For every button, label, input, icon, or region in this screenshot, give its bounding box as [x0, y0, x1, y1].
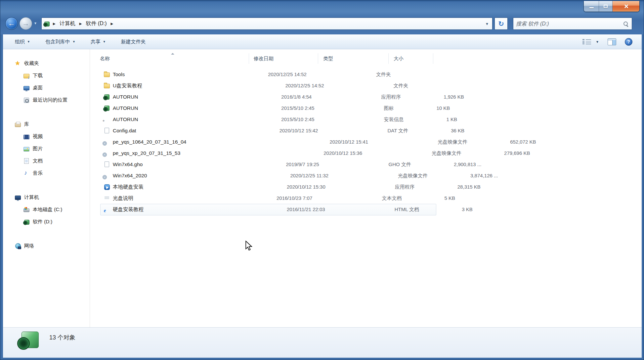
- sidebar-item-label: 下载: [33, 72, 43, 79]
- column-separator[interactable]: [433, 53, 433, 64]
- file-date: 2020/12/25 14:52: [268, 71, 307, 77]
- sidebar-item-label: 本地磁盘 (C:): [33, 206, 62, 213]
- file-name: U盘安装教程: [113, 83, 142, 88]
- table-row[interactable]: 光盘说明2016/10/23 7:07文本文档5 KB: [90, 193, 642, 204]
- doc-icon: [105, 161, 109, 167]
- table-row[interactable]: AUTORUN2016/1/8 4:54应用程序1,926 KB: [90, 91, 642, 103]
- search-input[interactable]: [516, 18, 622, 29]
- sidebar-section-label: 网络: [24, 243, 34, 249]
- sidebar-section-收藏夹[interactable]: 收藏夹: [3, 57, 90, 69]
- toolbar-button-组织[interactable]: 组织▼: [10, 37, 35, 47]
- toolbar-button-共享[interactable]: 共享▼: [86, 37, 110, 47]
- address-bar[interactable]: ▶计算机▶软件 (D:)▶ ▼: [41, 18, 493, 30]
- breadcrumb-item[interactable]: 软件 (D:): [85, 20, 107, 28]
- recent-icon: [24, 98, 29, 103]
- file-size: 1 KB: [446, 116, 457, 122]
- sidebar-section: 库视频图片文档音乐: [3, 118, 90, 179]
- sidebar-item-桌面[interactable]: 桌面: [3, 82, 90, 94]
- table-row[interactable]: AUTORUN2015/5/10 2:45图标10 KB: [90, 103, 642, 114]
- sidebar-item-label: 软件 (D:): [33, 219, 52, 225]
- sidebar-section-网络[interactable]: 网络: [3, 240, 90, 252]
- file-date: 2020/12/25 11:32: [290, 173, 328, 178]
- appblue-icon: [104, 184, 110, 190]
- address-dropdown-icon[interactable]: ▼: [485, 22, 489, 26]
- chevron-down-icon: ▼: [27, 40, 30, 43]
- table-row[interactable]: pe_yqs_xp_20_07_31_15_532020/10/12 15:36…: [90, 148, 642, 159]
- title-bar[interactable]: [0, 0, 644, 15]
- table-row[interactable]: 本地硬盘安装2020/10/12 15:30应用程序28,315 KB: [90, 181, 642, 193]
- content-area: 收藏夹下载桌面最近访问的位置库视频图片文档音乐计算机本地磁盘 (C:)软件 (D…: [3, 49, 642, 327]
- help-button[interactable]: ?: [625, 38, 632, 46]
- column-size[interactable]: 大小: [394, 53, 404, 65]
- sidebar-item-label: 文档: [33, 158, 43, 164]
- file-size: 5 KB: [444, 195, 455, 201]
- file-rows: Tools2020/12/25 14:52文件夹U盘安装教程2020/12/25…: [90, 69, 642, 215]
- disc-icon: [104, 139, 110, 145]
- file-name: Win7x64.gho: [113, 161, 143, 167]
- file-type: 文本文档: [382, 195, 402, 201]
- file-type: 应用程序: [381, 94, 401, 100]
- file-size: 36 KB: [451, 128, 464, 133]
- sidebar-item-视频[interactable]: 视频: [3, 130, 90, 143]
- table-row[interactable]: Win7x64.gho2019/9/7 19:25GHO 文件2,900,813…: [90, 159, 642, 170]
- table-row[interactable]: 硬盘安装教程2016/11/21 22:03HTML 文档3 KB: [90, 204, 642, 215]
- toolbar-button-包含到库中[interactable]: 包含到库中▼: [41, 37, 80, 47]
- sidebar-item-图片[interactable]: 图片: [3, 143, 90, 155]
- minimize-icon: [589, 7, 594, 8]
- table-row[interactable]: Win7x64_20202020/12/25 11:32光盘映像文件3,874,…: [90, 170, 642, 181]
- back-button[interactable]: ←: [5, 17, 18, 30]
- forward-button[interactable]: →: [20, 17, 32, 30]
- column-name[interactable]: 名称: [100, 53, 110, 65]
- minimize-button[interactable]: [584, 1, 599, 12]
- sidebar-item-下载[interactable]: 下载: [3, 69, 90, 82]
- file-size: 652,072 KB: [510, 139, 536, 145]
- library-icon: [15, 123, 21, 127]
- sidebar-item-文档[interactable]: 文档: [3, 155, 90, 167]
- txt-icon: [104, 195, 110, 201]
- close-button[interactable]: [613, 1, 639, 12]
- table-row[interactable]: Config.dat2020/10/12 15:42DAT 文件36 KB: [90, 125, 642, 136]
- breadcrumb-separator-icon: ▶: [79, 22, 82, 25]
- maximize-button[interactable]: [599, 1, 613, 12]
- sidebar-item-label: 音乐: [33, 170, 43, 176]
- sidebar-section-库[interactable]: 库: [3, 118, 90, 130]
- table-row[interactable]: pe_yqs_1064_20_07_31_16_042020/10/12 15:…: [90, 136, 642, 148]
- toolbar-right: ▼ ?: [582, 34, 632, 49]
- sidebar-section-label: 库: [24, 121, 29, 127]
- toolbar-button-label: 组织: [15, 39, 25, 45]
- table-row[interactable]: Tools2020/12/25 14:52文件夹: [90, 69, 642, 80]
- change-view-button[interactable]: ▼: [582, 39, 599, 45]
- sidebar-item-最近访问的位置[interactable]: 最近访问的位置: [3, 94, 90, 106]
- breadcrumb-item[interactable]: 计算机: [59, 20, 76, 28]
- diskc-icon: [23, 208, 29, 212]
- toolbar-button-新建文件夹[interactable]: 新建文件夹: [116, 37, 150, 47]
- sidebar-section: 计算机本地磁盘 (C:)软件 (D:): [3, 191, 90, 228]
- recent-pages-chevron-icon[interactable]: ▾: [34, 21, 36, 25]
- refresh-icon: ↻: [498, 20, 504, 28]
- downloads-icon: [23, 74, 29, 78]
- table-row[interactable]: U盘安装教程2020/12/25 14:52文件夹: [90, 80, 642, 91]
- refresh-button[interactable]: ↻: [494, 18, 508, 30]
- column-separator[interactable]: [388, 53, 389, 64]
- toolbar-button-label: 共享: [91, 39, 101, 45]
- preview-pane-button[interactable]: [608, 38, 616, 45]
- file-type: 光盘映像文件: [398, 173, 428, 178]
- sidebar-item-音乐[interactable]: 音乐: [3, 167, 90, 179]
- table-row[interactable]: AUTORUN2015/5/10 2:45安装信息1 KB: [90, 114, 642, 125]
- sidebar-item-软件 (D:)[interactable]: 软件 (D:): [3, 216, 90, 228]
- sidebar-item-本地磁盘 (C:)[interactable]: 本地磁盘 (C:): [3, 203, 90, 216]
- column-separator[interactable]: [318, 53, 318, 64]
- column-date[interactable]: 修改日期: [254, 53, 274, 65]
- file-type: 图标: [384, 105, 394, 111]
- sidebar-item-label: 图片: [33, 146, 43, 152]
- computer-icon: [15, 196, 21, 200]
- sidebar-section-计算机[interactable]: 计算机: [3, 191, 90, 203]
- column-separator[interactable]: [249, 53, 249, 64]
- file-type: GHO 文件: [389, 161, 411, 167]
- file-name: Config.dat: [113, 128, 136, 133]
- search-icon: [623, 21, 628, 26]
- file-date: 2020/10/12 15:41: [329, 139, 368, 145]
- file-size: 279,696 KB: [504, 150, 530, 156]
- column-type[interactable]: 类型: [323, 53, 333, 65]
- file-name: AUTORUN: [113, 105, 138, 111]
